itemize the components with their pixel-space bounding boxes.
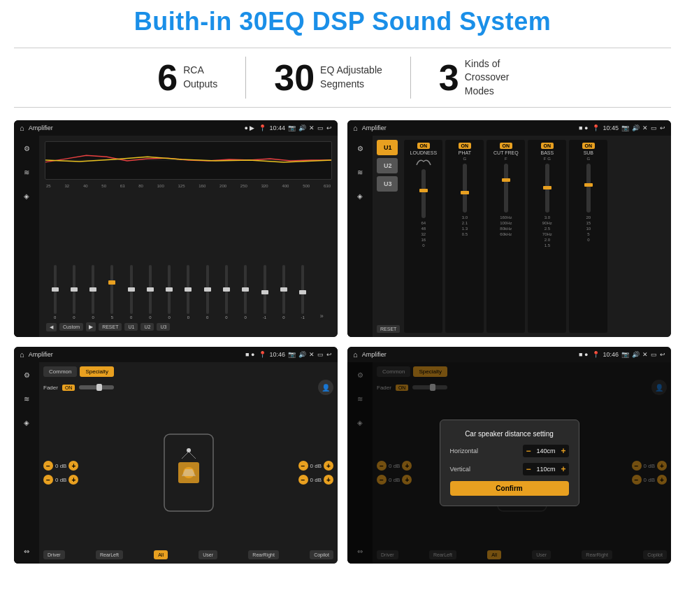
speaker1-layout: − 0 dB + − 0 dB + xyxy=(43,398,333,547)
eq-u2-btn[interactable]: U2 xyxy=(140,323,154,331)
cutfreq-on-badge[interactable]: ON xyxy=(500,143,513,149)
home-icon[interactable]: ⌂ xyxy=(20,124,24,132)
speaker1-minus1[interactable]: − xyxy=(43,461,53,471)
eq-reset-btn[interactable]: RESET xyxy=(99,323,122,331)
eq-slider-6[interactable]: 0 xyxy=(161,265,178,320)
phat-on-badge[interactable]: ON xyxy=(459,143,472,149)
speaker1-minus4[interactable]: − xyxy=(298,475,308,485)
speaker1-main-area: Common Specialty Fader ON 👤 xyxy=(39,362,338,564)
speaker1-plus3[interactable]: + xyxy=(324,461,333,471)
eq-sidebar-icon2[interactable]: ≋ xyxy=(20,165,34,179)
speaker1-rearleft-btn[interactable]: RearLeft xyxy=(96,550,123,559)
confirm-button[interactable]: Confirm xyxy=(450,481,569,496)
horizontal-plus-btn[interactable]: + xyxy=(561,446,565,456)
distance-dialog: Car speaker distance setting Horizontal … xyxy=(440,420,579,506)
loudness-on-badge[interactable]: ON xyxy=(417,143,431,149)
eq-sidebar-icon3[interactable]: ◈ xyxy=(20,189,34,203)
speaker1-fader-row: Fader ON 👤 xyxy=(43,380,333,395)
back-icon[interactable]: ↩ xyxy=(326,124,332,131)
crossover-u1-btn[interactable]: U1 xyxy=(377,140,398,155)
speaker1-sidebar-icon3[interactable]: ◈ xyxy=(20,415,34,429)
eq-slider-7[interactable]: 0 xyxy=(180,265,197,320)
eq-play-btn[interactable]: ▶ xyxy=(86,322,96,331)
eq-slider-2[interactable]: 0 xyxy=(85,265,102,320)
crossover-home-icon[interactable]: ⌂ xyxy=(353,124,358,132)
speaker2-topbar: ⌂ Amplifier ■ ● 📍 10:46 📷 🔊 ✕ ▭ ↩ xyxy=(347,347,671,362)
speaker1-rearright-btn[interactable]: RearRight xyxy=(248,550,279,559)
crossover-reset-btn[interactable]: RESET xyxy=(377,325,400,333)
crossover-back-icon[interactable]: ↩ xyxy=(660,124,665,131)
speaker1-minus3[interactable]: − xyxy=(298,461,308,471)
speaker2-content: ⚙ ≋ ◈ ⇔ Common Specialty Fader ON xyxy=(347,362,671,564)
speaker1-plus2[interactable]: + xyxy=(68,475,78,485)
speaker1-plus1[interactable]: + xyxy=(68,461,78,471)
vertical-minus-btn[interactable]: − xyxy=(526,464,531,474)
crossover-u3-btn[interactable]: U3 xyxy=(377,176,398,192)
speaker2-home-icon[interactable]: ⌂ xyxy=(353,350,358,359)
speaker1-settings-icon[interactable]: 👤 xyxy=(318,380,333,395)
eq-sidebar-icon1[interactable]: ⚙ xyxy=(20,141,34,155)
vertical-value: 110cm xyxy=(533,466,558,473)
location-icon: 📍 xyxy=(259,124,266,131)
eq-slider-10[interactable]: 0 xyxy=(237,265,254,320)
eq-slider-5[interactable]: 0 xyxy=(141,265,159,320)
volume-icon: 🔊 xyxy=(298,124,306,131)
speaker1-title: Amplifier xyxy=(29,351,241,358)
loudness-slider[interactable] xyxy=(421,169,426,218)
speaker1-sidebar-icon4[interactable]: ⇔ xyxy=(20,544,34,558)
eq-slider-13[interactable]: -1 xyxy=(294,265,311,320)
speaker1-time: 10:46 xyxy=(269,351,285,358)
vertical-plus-btn[interactable]: + xyxy=(561,464,565,474)
sub-slider[interactable] xyxy=(586,164,591,213)
speaker1-db-row1: − 0 dB + xyxy=(43,461,78,471)
speaker1-plus4[interactable]: + xyxy=(324,475,333,485)
speaker1-minus2[interactable]: − xyxy=(43,475,53,485)
eq-freq-labels: 253240506380 100125160200250320 40050063… xyxy=(45,184,332,188)
speaker1-driver-btn[interactable]: Driver xyxy=(43,550,65,559)
speaker1-tab-common[interactable]: Common xyxy=(43,366,77,377)
stat-number-crossover: 3 xyxy=(439,59,459,96)
phat-slider[interactable] xyxy=(463,164,467,213)
crossover-sub-panel: ON SUB G 20 15 10 5 0 xyxy=(569,140,607,333)
crossover-sidebar-icon3[interactable]: ◈ xyxy=(353,189,367,203)
eq-slider-1[interactable]: 0 xyxy=(65,265,82,320)
horizontal-value: 140cm xyxy=(533,447,558,454)
sub-on-badge[interactable]: ON xyxy=(582,143,596,149)
svg-point-11 xyxy=(187,448,191,452)
crossover-u2-btn[interactable]: U2 xyxy=(377,158,398,173)
eq-slider-8[interactable]: 0 xyxy=(199,265,216,320)
speaker2-title: Amplifier xyxy=(362,351,575,358)
speaker1-volume-icon: 🔊 xyxy=(298,351,306,358)
eq-prev-btn[interactable]: ◀ xyxy=(46,323,57,331)
crossover-phat-panel: ON PHAT G 3.0 2.1 1.3 0.5 xyxy=(445,140,484,333)
eq-slider-4[interactable]: 0 xyxy=(122,265,140,320)
speaker2-screen: ⌂ Amplifier ■ ● 📍 10:46 📷 🔊 ✕ ▭ ↩ ⚙ ≋ ◈ xyxy=(347,347,671,564)
speaker1-home-icon[interactable]: ⌂ xyxy=(20,350,24,359)
speaker1-sidebar-icon2[interactable]: ≋ xyxy=(20,392,34,406)
speaker1-sidebar-icon1[interactable]: ⚙ xyxy=(20,368,34,382)
speaker1-user-btn[interactable]: User xyxy=(199,550,217,559)
crossover-sidebar-icon1[interactable]: ⚙ xyxy=(353,141,367,155)
speaker1-back-icon[interactable]: ↩ xyxy=(326,351,332,358)
eq-u1-btn[interactable]: U1 xyxy=(124,323,138,331)
speaker2-back-icon[interactable]: ↩ xyxy=(660,351,665,358)
eq-slider-11[interactable]: -1 xyxy=(256,265,273,320)
eq-slider-9[interactable]: 0 xyxy=(217,265,235,320)
eq-topbar: ⌂ Amplifier ● ▶ 📍 10:44 📷 🔊 ✕ ▭ ↩ xyxy=(14,120,338,136)
speaker1-fader-on[interactable]: ON xyxy=(62,385,75,391)
page-title: Buith-in 30EQ DSP Sound System xyxy=(14,7,671,36)
eq-graph xyxy=(45,141,332,180)
eq-slider-3[interactable]: 5 xyxy=(103,265,121,320)
eq-slider-12[interactable]: 0 xyxy=(275,265,292,320)
eq-slider-0[interactable]: 0 xyxy=(46,265,64,320)
speaker1-all-btn[interactable]: All xyxy=(154,550,168,559)
horizontal-minus-btn[interactable]: − xyxy=(526,446,531,456)
bass-on-badge[interactable]: ON xyxy=(541,143,554,149)
cutfreq-slider[interactable] xyxy=(504,164,508,213)
eq-u3-btn[interactable]: U3 xyxy=(157,323,170,331)
crossover-sidebar-icon2[interactable]: ≋ xyxy=(353,165,367,179)
bass-slider[interactable] xyxy=(545,164,549,213)
crossover-sidebar: ⚙ ≋ ◈ xyxy=(347,136,373,337)
speaker1-tab-specialty[interactable]: Specialty xyxy=(80,366,113,377)
speaker1-copilot-btn[interactable]: Copilot xyxy=(310,550,333,559)
